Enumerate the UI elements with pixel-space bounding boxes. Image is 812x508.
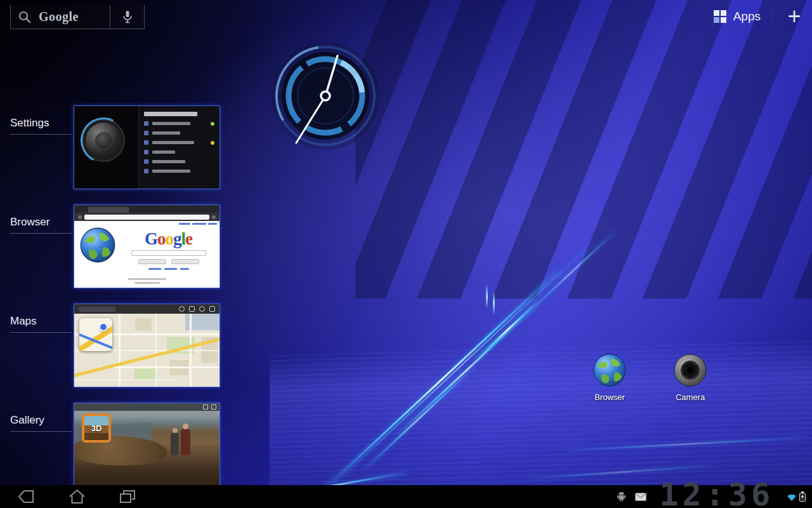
- globe-icon: [79, 227, 116, 264]
- recents-icon: [119, 489, 136, 504]
- map-road: [74, 379, 176, 380]
- settings-list-row: [144, 131, 214, 135]
- google-homepage-content: Google: [120, 224, 217, 270]
- map-park: [134, 368, 156, 380]
- page-links: [120, 268, 217, 270]
- analog-clock-face: [269, 39, 382, 152]
- gallery-app-icon: 3D: [82, 413, 111, 443]
- navigation-buttons: [5, 487, 142, 506]
- settings-row-text-bar: [152, 122, 190, 125]
- settings-row-text-bar: [152, 131, 180, 135]
- wallpaper-streak: [475, 299, 540, 361]
- maps-compass-icon: [199, 306, 205, 312]
- settings-row-text-bar: [152, 150, 175, 154]
- apps-button[interactable]: Apps: [713, 10, 761, 23]
- gallery-icon-badge: 3D: [84, 416, 108, 440]
- settings-volume-panel: [74, 106, 138, 189]
- usb-debugging-icon[interactable]: [617, 491, 626, 502]
- recent-thumbnail-browser[interactable]: Google: [74, 204, 220, 288]
- settings-list-row: [144, 150, 214, 154]
- voice-search-button[interactable]: [110, 5, 145, 29]
- wallpaper-streak: [333, 242, 594, 485]
- microphone-icon: [121, 9, 134, 25]
- settings-row-text-bar: [152, 141, 194, 144]
- status-right-icons[interactable]: [787, 491, 806, 502]
- settings-row-text-bar: [152, 160, 185, 163]
- settings-row-icon: [144, 121, 148, 126]
- google-logo: Google: [39, 10, 79, 24]
- map-road: [119, 314, 121, 387]
- button-bar: [171, 259, 199, 264]
- wifi-icon: [787, 493, 797, 502]
- settings-list-row: [144, 169, 214, 173]
- wallpaper-streak: [565, 437, 806, 451]
- recent-item-gallery[interactable]: Gallery 3D: [10, 403, 221, 488]
- wallpaper-streak: [362, 366, 475, 472]
- divider: [772, 8, 773, 25]
- apps-button-label: Apps: [733, 10, 761, 23]
- settings-row-icon: [144, 131, 148, 135]
- shortcut-label: Camera: [676, 392, 705, 402]
- back-button[interactable]: [11, 487, 41, 506]
- recent-thumbnail-maps[interactable]: [74, 304, 220, 387]
- shortcut-browser[interactable]: Browser: [587, 353, 632, 402]
- camera-lens-icon: [673, 353, 707, 387]
- wallpaper-streak: [325, 269, 560, 489]
- recent-item-label: Maps: [10, 315, 72, 333]
- home-screen: Google Apps +: [0, 0, 812, 508]
- wallpaper-streak: [524, 229, 618, 317]
- recent-item-label: Settings: [10, 117, 72, 135]
- recents-button[interactable]: [113, 487, 142, 506]
- wallpaper-streak: [486, 284, 488, 309]
- volume-knob: [86, 123, 121, 158]
- link-bar: [164, 268, 177, 270]
- home-button[interactable]: [62, 487, 91, 506]
- status-dot: [211, 122, 214, 126]
- map-road: [100, 366, 220, 368]
- status-clock[interactable]: 12:36: [659, 483, 774, 506]
- recent-thumbnail-settings[interactable]: [74, 105, 220, 189]
- wallpaper-streak: [493, 291, 495, 315]
- settings-row-icon: [144, 159, 148, 164]
- gallery-action-bar: [74, 403, 219, 411]
- status-area[interactable]: 12:36: [617, 485, 807, 508]
- settings-row-icon: [144, 140, 148, 145]
- settings-list-row: [144, 140, 214, 145]
- photo-person: [181, 429, 190, 455]
- browser-tab-bar: [74, 205, 219, 213]
- gallery-share-icon: [203, 404, 208, 410]
- logo-letter: o: [157, 229, 166, 248]
- button-bar: [138, 259, 166, 264]
- shortcut-camera[interactable]: Camera: [668, 353, 712, 402]
- search-field-bar: [131, 250, 206, 256]
- logo-letter: o: [166, 229, 174, 248]
- settings-row-icon: [144, 169, 148, 173]
- settings-header-bar: [144, 112, 197, 116]
- google-search-widget[interactable]: Google: [10, 5, 145, 29]
- topbar-actions: Apps +: [713, 5, 804, 28]
- globe-icon: [593, 353, 627, 387]
- settings-row-text-bar: [152, 170, 190, 173]
- maps-menu-icon: [209, 306, 215, 312]
- system-bar: 12:36: [0, 485, 812, 508]
- battery-charging-icon: [799, 491, 806, 502]
- recent-item-browser[interactable]: Browser: [10, 204, 221, 290]
- recent-item-label: Browser: [10, 216, 72, 234]
- status-dot: [211, 141, 214, 145]
- maps-layers-icon: [189, 306, 195, 312]
- email-icon[interactable]: [635, 493, 646, 501]
- recent-item-maps[interactable]: Maps: [10, 304, 221, 389]
- plus-icon: +: [787, 7, 801, 26]
- home-icon: [69, 489, 86, 504]
- text-bar: [128, 278, 166, 280]
- recent-thumbnail-gallery[interactable]: 3D: [74, 403, 220, 486]
- add-widget-button[interactable]: +: [784, 6, 804, 27]
- browser-nav-icon: [78, 215, 82, 219]
- logo-letter: G: [145, 229, 157, 248]
- logo-letter: g: [173, 229, 181, 248]
- search-input[interactable]: Google: [10, 5, 110, 29]
- recent-item-settings[interactable]: Settings: [10, 105, 221, 190]
- maps-app-icon: [79, 318, 112, 351]
- clock-widget[interactable]: [269, 39, 382, 152]
- settings-list: [138, 106, 219, 189]
